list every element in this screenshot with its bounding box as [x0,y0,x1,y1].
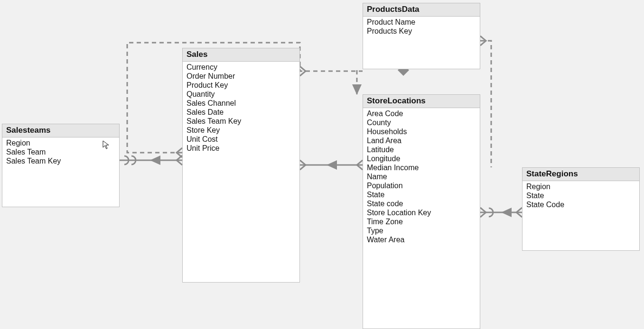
svg-marker-1 [327,160,337,170]
table-fields: Product Name Products Key [363,17,480,38]
table-field[interactable]: Store Location Key [367,208,476,217]
table-field[interactable]: Region [526,182,635,191]
table-salesteams[interactable]: Salesteams Region Sales Team Sales Team … [2,124,120,207]
table-field[interactable]: Type [367,226,476,235]
table-field[interactable]: Product Key [187,81,296,90]
table-field[interactable]: Households [367,127,476,136]
table-field[interactable]: Sales Channel [187,99,296,108]
table-field[interactable]: Water Area [367,235,476,244]
table-field[interactable]: Order Number [187,72,296,81]
table-field[interactable]: Region [6,138,115,147]
table-field[interactable]: Name [367,172,476,181]
table-field[interactable]: Quantity [187,90,296,99]
table-field[interactable]: State [526,191,635,200]
table-fields: Region Sales Team Sales Team Key [2,137,119,168]
table-fields: Currency Order Number Product Key Quanti… [183,62,299,155]
table-productsdata[interactable]: ProductsData Product Name Products Key [363,3,480,69]
table-field[interactable]: Sales Team [6,147,115,156]
table-field[interactable]: Unit Cost [187,135,296,144]
table-field[interactable]: Products Key [367,27,476,36]
table-field[interactable]: Time Zone [367,217,476,226]
table-title: Salesteams [2,124,119,137]
table-field[interactable]: Longitude [367,154,476,163]
table-field[interactable]: Sales Team Key [187,117,296,126]
table-title: ProductsData [363,3,480,17]
table-field[interactable]: State [367,190,476,199]
table-field[interactable]: Sales Date [187,108,296,117]
table-field[interactable]: Latitude [367,145,476,154]
table-sales[interactable]: Sales Currency Order Number Product Key … [182,48,300,283]
table-field[interactable]: State code [367,199,476,208]
model-diagram-canvas[interactable]: Salesteams Region Sales Team Sales Team … [0,0,644,329]
table-field[interactable]: Sales Team Key [6,156,115,165]
table-field[interactable]: Median Income [367,163,476,172]
table-field[interactable]: Land Area [367,136,476,145]
table-field[interactable]: State Code [526,200,635,209]
table-fields: Area Code County Households Land Area La… [363,108,480,247]
table-field[interactable]: County [367,118,476,127]
table-field[interactable]: Product Name [367,18,476,27]
svg-marker-2 [501,208,512,217]
svg-marker-3 [352,84,362,95]
table-field[interactable]: Unit Price [187,144,296,153]
table-field[interactable]: Population [367,181,476,190]
table-field[interactable]: Currency [187,63,296,72]
table-fields: Region State State Code [523,181,639,212]
svg-marker-0 [150,155,160,165]
table-title: StoreLocations [363,95,480,108]
table-stateregions[interactable]: StateRegions Region State State Code [522,167,640,251]
table-storelocations[interactable]: StoreLocations Area Code County Househol… [363,94,480,329]
table-title: StateRegions [523,168,639,181]
table-title: Sales [183,48,299,62]
table-field[interactable]: Area Code [367,109,476,118]
table-field[interactable]: Store Key [187,126,296,135]
